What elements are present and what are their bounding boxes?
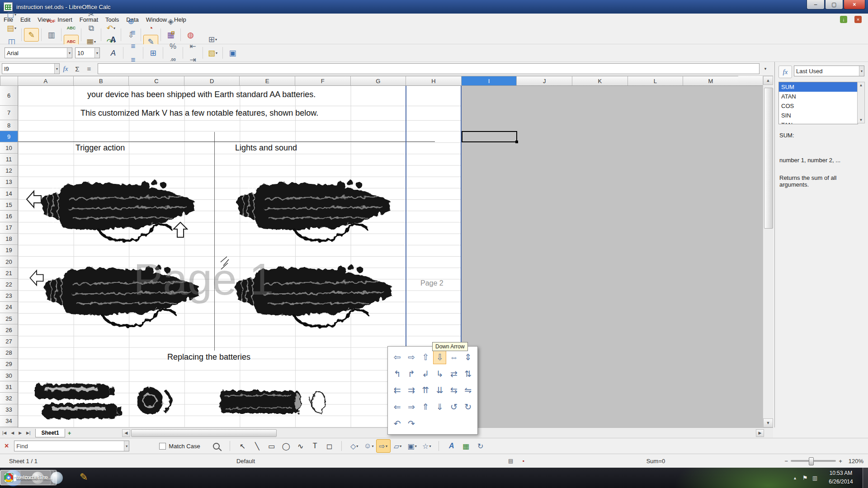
selected-cell-I9[interactable] bbox=[462, 131, 517, 142]
dropdown-caret-icon[interactable]: ▾ bbox=[215, 38, 217, 42]
function-list-item[interactable]: TAN bbox=[779, 120, 858, 124]
callout-shapes-button[interactable]: ▣▾ bbox=[405, 439, 420, 453]
taskbar-chrome-button[interactable]: welcome Th... bbox=[0, 470, 54, 485]
column-header[interactable]: I bbox=[462, 76, 517, 85]
sheet-nav-icon[interactable]: ▶ bbox=[16, 431, 24, 435]
row-header[interactable]: 20 bbox=[0, 256, 18, 267]
flashlight-tube-image[interactable] bbox=[216, 378, 342, 427]
merge-cells-button[interactable]: ⊞▾ bbox=[146, 46, 160, 60]
new-document-button[interactable]: ▢▾ bbox=[4, 8, 19, 21]
cell-text-replacing[interactable]: Replacing the batteries bbox=[167, 352, 250, 362]
cut-button[interactable]: ✂▾ bbox=[84, 8, 99, 21]
dropdown-caret-icon[interactable]: ▾ bbox=[94, 40, 96, 44]
equals-icon[interactable]: = bbox=[83, 63, 95, 74]
dropdown-caret-icon[interactable]: ▾ bbox=[14, 13, 16, 17]
export-pdf-button[interactable]: PDF▾ bbox=[44, 14, 59, 28]
block-arrow-shape-option[interactable]: ↰ bbox=[391, 367, 404, 381]
column-header[interactable]: D bbox=[184, 76, 240, 85]
spelling-button[interactable]: ABC▾ bbox=[64, 21, 79, 35]
block-arrow-shape-option[interactable]: ⇒ bbox=[405, 400, 418, 414]
row-header[interactable]: 34 bbox=[0, 416, 18, 427]
close-button[interactable]: × bbox=[844, 0, 865, 9]
sum-icon[interactable]: Σ bbox=[71, 63, 83, 74]
column-header[interactable]: J bbox=[517, 76, 572, 85]
sheet-nav-icon[interactable]: |◀ bbox=[0, 431, 9, 435]
row-header[interactable]: 33 bbox=[0, 404, 18, 416]
block-arrow-shape-option[interactable]: ⇅ bbox=[462, 367, 475, 381]
row-header[interactable]: 19 bbox=[0, 245, 18, 256]
show-desktop-button[interactable] bbox=[863, 468, 868, 488]
column-header[interactable]: H bbox=[406, 76, 462, 85]
row-header[interactable]: 31 bbox=[0, 381, 18, 393]
chevron-down-icon[interactable]: ▾ bbox=[67, 48, 72, 58]
scroll-up-icon[interactable]: ▲ bbox=[763, 76, 773, 85]
row-header[interactable]: 15 bbox=[0, 199, 18, 211]
column-header[interactable]: A bbox=[18, 76, 74, 85]
block-arrow-shape-option[interactable]: ⇩ bbox=[433, 351, 446, 364]
row-header[interactable]: 23 bbox=[0, 291, 18, 302]
rectangle-tool[interactable]: ▭ bbox=[264, 439, 279, 453]
basic-shapes-button[interactable]: ◇▾ bbox=[347, 439, 362, 453]
row-header[interactable]: 9 bbox=[0, 131, 18, 142]
row-header[interactable]: 14 bbox=[0, 188, 18, 199]
block-arrow-shape-option[interactable]: ⇇ bbox=[391, 384, 404, 397]
dropdown-caret-icon[interactable]: ▾ bbox=[386, 444, 387, 448]
block-arrow-shape-option[interactable]: ⇑ bbox=[419, 400, 432, 414]
font-name-combobox[interactable]: Arial▾ bbox=[5, 47, 72, 58]
left-arrow-shape[interactable] bbox=[26, 189, 42, 210]
freeform-tool[interactable]: ∿ bbox=[293, 439, 308, 453]
dropdown-caret-icon[interactable]: ▾ bbox=[429, 444, 431, 448]
scroll-down-icon[interactable]: ▼ bbox=[859, 118, 863, 122]
row-header[interactable]: 24 bbox=[0, 302, 18, 313]
ellipse-tool[interactable]: ◯ bbox=[279, 439, 293, 453]
add-sheet-button[interactable]: + bbox=[65, 430, 74, 436]
menu-item[interactable]: Edit bbox=[17, 14, 34, 25]
sheet-nav-icon[interactable]: ▶| bbox=[24, 431, 33, 435]
background-color-button[interactable]: ▧▾ bbox=[205, 46, 220, 60]
document-close-icon[interactable]: × bbox=[854, 16, 862, 23]
zoom-slider[interactable] bbox=[791, 460, 836, 462]
column-header[interactable]: K bbox=[572, 76, 628, 85]
function-list-item[interactable]: SUM bbox=[779, 82, 858, 92]
block-arrow-shape-option[interactable]: ↻ bbox=[462, 400, 475, 414]
align-center-button[interactable]: ≡▾ bbox=[126, 39, 141, 53]
function-list-item[interactable]: COS bbox=[779, 101, 858, 111]
row-header[interactable]: 29 bbox=[0, 359, 18, 370]
page-style-label[interactable]: Default bbox=[236, 458, 255, 465]
block-arrow-shape-option[interactable]: ⇄ bbox=[447, 367, 460, 381]
row-header[interactable]: 13 bbox=[0, 177, 18, 188]
column-header-partial[interactable] bbox=[738, 76, 763, 86]
decrease-indent-button[interactable]: ⇤▾ bbox=[185, 39, 200, 53]
block-arrow-shape-option[interactable]: ⇦ bbox=[391, 351, 404, 364]
align-left-button[interactable]: ≡▾ bbox=[126, 26, 141, 39]
name-box[interactable]: I9▾ bbox=[2, 63, 60, 74]
find-input[interactable]: Find▾ bbox=[14, 441, 129, 451]
dropdown-caret-icon[interactable]: ▾ bbox=[216, 51, 217, 55]
left-arrow-shape[interactable] bbox=[29, 268, 44, 287]
insert-chart-button[interactable]: ◔▾ bbox=[143, 21, 158, 35]
block-arrow-shape-option[interactable]: ↶ bbox=[391, 417, 404, 430]
column-header[interactable]: M bbox=[683, 76, 739, 85]
tray-expand-icon[interactable]: ▴ bbox=[794, 475, 796, 480]
row-header[interactable]: 30 bbox=[0, 370, 18, 381]
block-arrow-shape-option[interactable]: ⇓ bbox=[433, 400, 446, 414]
block-arrow-shape-option[interactable]: ⇊ bbox=[433, 384, 446, 397]
row-header[interactable]: 17 bbox=[0, 222, 18, 234]
close-find-bar-icon[interactable]: × bbox=[5, 442, 9, 450]
dropdown-caret-icon[interactable]: ▾ bbox=[372, 444, 373, 448]
open-button[interactable]: ▤▾ bbox=[4, 21, 19, 35]
chevron-down-icon[interactable]: ▾ bbox=[94, 48, 99, 58]
print-button[interactable]: ▥▾ bbox=[44, 28, 59, 42]
block-arrow-shape-option[interactable]: ⇧ bbox=[419, 351, 432, 364]
cell-text-row7[interactable]: This customized Mark V has a few notable… bbox=[80, 108, 318, 118]
zoom-out-icon[interactable]: − bbox=[785, 458, 788, 465]
chevron-down-icon[interactable]: ▾ bbox=[124, 441, 129, 451]
chevron-down-icon[interactable]: ▾ bbox=[54, 64, 59, 74]
row-header[interactable]: 21 bbox=[0, 267, 18, 279]
symbol-shapes-button[interactable]: ☺▾ bbox=[362, 439, 376, 453]
zoom-in-icon[interactable]: + bbox=[839, 458, 842, 465]
italic-button[interactable]: A▾ bbox=[106, 46, 121, 60]
cell-text-lights[interactable]: Lights and sound bbox=[235, 143, 297, 153]
scroll-left-icon[interactable]: ◀ bbox=[122, 429, 130, 437]
row-header[interactable]: 16 bbox=[0, 211, 18, 222]
